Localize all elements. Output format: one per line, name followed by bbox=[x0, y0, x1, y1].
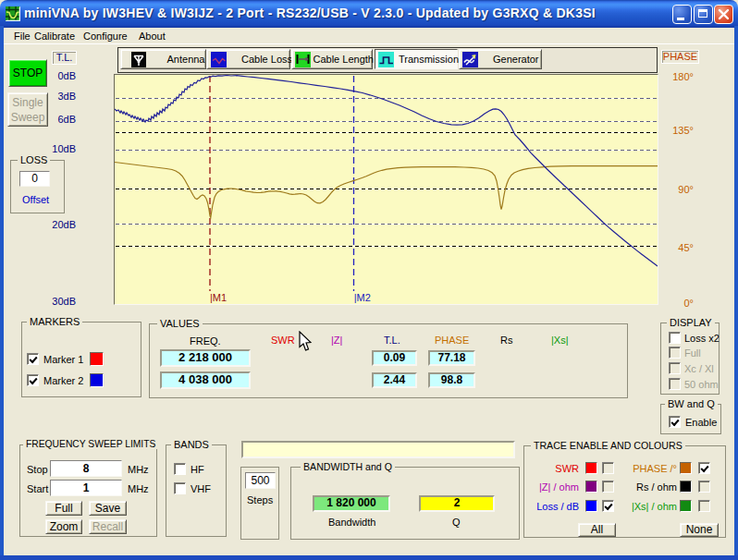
svg-text:|M1: |M1 bbox=[210, 292, 227, 303]
svg-text:|M2: |M2 bbox=[354, 292, 371, 303]
